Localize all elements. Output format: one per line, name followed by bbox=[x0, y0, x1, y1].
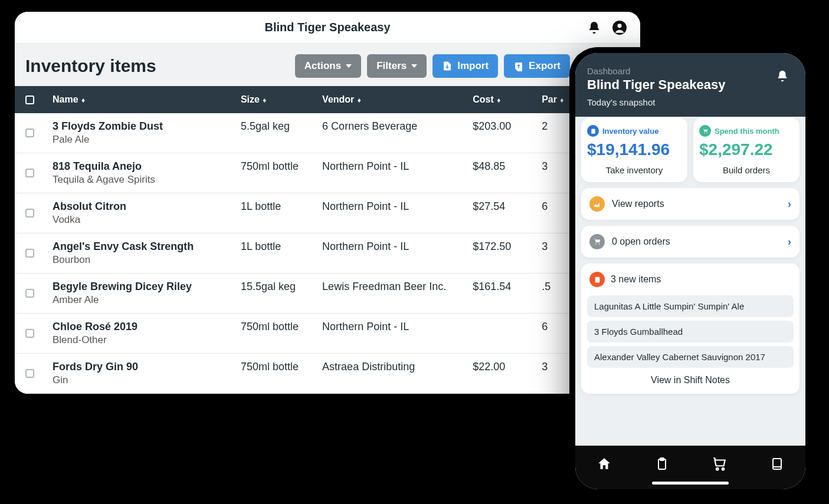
tab-orders[interactable] bbox=[712, 456, 727, 472]
page-heading: Inventory items bbox=[25, 56, 289, 76]
view-shift-notes-link[interactable]: View in Shift Notes bbox=[587, 368, 794, 386]
phone-frame: Dashboard Blind Tiger Speakeasy Today's … bbox=[569, 47, 811, 495]
cart-icon bbox=[699, 125, 711, 137]
item-size: 750ml bottle bbox=[241, 160, 322, 186]
table-row[interactable]: 3 Floyds Zombie DustPale Ale5.5gal keg6 … bbox=[15, 113, 640, 153]
spend-card[interactable]: Spend this month $2,297.22 Build orders bbox=[693, 118, 799, 182]
notifications-icon[interactable] bbox=[776, 70, 789, 83]
snapshot-label: Today's snapshot bbox=[587, 97, 794, 107]
import-icon bbox=[442, 61, 453, 71]
table-header: Name ♦ Size ♦ Vendor ♦ Cost ♦ Par ♦ Quan bbox=[15, 86, 640, 113]
build-orders-link[interactable]: Build orders bbox=[699, 165, 794, 175]
list-item[interactable]: Alexander Valley Cabernet Sauvignon 2017 bbox=[587, 346, 794, 368]
item-category: Amber Ale bbox=[53, 294, 241, 306]
tab-home[interactable] bbox=[597, 456, 612, 472]
item-category: Gin bbox=[53, 374, 241, 386]
actions-button[interactable]: Actions bbox=[295, 54, 361, 78]
table-row[interactable]: Angel's Envy Cask StrengthBourbon1L bott… bbox=[15, 233, 640, 274]
svg-point-1 bbox=[618, 24, 622, 28]
item-vendor: Northern Point - IL bbox=[322, 160, 473, 186]
item-name: Begyle Brewing Dicey Riley bbox=[53, 281, 241, 293]
item-cost: $27.54 bbox=[473, 200, 542, 226]
sort-icon: ♦ bbox=[80, 96, 85, 104]
chevron-right-icon: › bbox=[788, 198, 791, 210]
spend-amount: $2,297.22 bbox=[699, 140, 794, 159]
clipboard-icon bbox=[587, 125, 599, 137]
item-size: 15.5gal keg bbox=[241, 281, 322, 306]
item-name: Angel's Envy Cask Strength bbox=[53, 241, 241, 253]
row-checkbox[interactable] bbox=[25, 169, 34, 177]
item-cost: $161.54 bbox=[473, 281, 542, 306]
item-name: Chloe Rosé 2019 bbox=[53, 321, 241, 333]
list-item[interactable]: 3 Floyds Gumballhead bbox=[587, 321, 794, 342]
export-icon bbox=[513, 61, 524, 71]
inventory-value-card[interactable]: Inventory value $19,141.96 Take inventor… bbox=[581, 118, 687, 182]
item-vendor: Lewis Freedman Beer Inc. bbox=[322, 281, 473, 306]
item-name: Absolut Citron bbox=[53, 200, 241, 213]
item-cost: $22.00 bbox=[473, 361, 542, 386]
tab-recipes[interactable] bbox=[770, 457, 784, 471]
sort-icon: ♦ bbox=[558, 96, 563, 104]
item-size: 750ml bottle bbox=[241, 361, 322, 386]
item-vendor: Northern Point - IL bbox=[322, 200, 473, 226]
row-checkbox[interactable] bbox=[25, 209, 34, 218]
table-row[interactable]: Chloe Rosé 2019Blend-Other750ml bottleNo… bbox=[15, 314, 640, 354]
select-all-checkbox[interactable] bbox=[25, 95, 34, 104]
item-size: 750ml bottle bbox=[241, 321, 322, 346]
import-button[interactable]: Import bbox=[432, 54, 498, 78]
table-row[interactable]: Fords Dry Gin 90Gin750ml bottleAstraea D… bbox=[15, 354, 640, 394]
open-orders-row[interactable]: 0 open orders › bbox=[581, 226, 799, 258]
export-button[interactable]: Export bbox=[504, 54, 570, 78]
item-vendor: Northern Point - IL bbox=[322, 321, 473, 346]
item-size: 1L bottle bbox=[241, 200, 322, 226]
new-items-card: 3 new items Lagunitas A Little Sumpin' S… bbox=[581, 263, 799, 394]
home-indicator[interactable] bbox=[652, 482, 729, 485]
svg-point-5 bbox=[716, 468, 718, 470]
item-name: 3 Floyds Zombie Dust bbox=[53, 120, 241, 133]
col-cost[interactable]: Cost ♦ bbox=[473, 94, 542, 105]
caret-down-icon bbox=[411, 64, 417, 68]
table-row[interactable]: Absolut CitronVodka1L bottleNorthern Poi… bbox=[15, 193, 640, 233]
phone-screen: Dashboard Blind Tiger Speakeasy Today's … bbox=[575, 53, 805, 489]
account-icon[interactable] bbox=[612, 20, 627, 35]
svg-point-6 bbox=[722, 468, 724, 470]
row-checkbox[interactable] bbox=[25, 129, 34, 137]
row-checkbox[interactable] bbox=[25, 369, 34, 378]
item-cost: $172.50 bbox=[473, 241, 542, 266]
sort-icon: ♦ bbox=[261, 96, 266, 104]
window-titlebar: Blind Tiger Speakeasy bbox=[15, 12, 640, 44]
col-name[interactable]: Name ♦ bbox=[53, 94, 241, 105]
list-item[interactable]: Lagunitas A Little Sumpin' Sumpin' Ale bbox=[587, 295, 794, 317]
item-vendor: 6 Corners Beverage bbox=[322, 120, 473, 146]
col-vendor[interactable]: Vendor ♦ bbox=[322, 94, 473, 105]
item-name: 818 Tequila Anejo bbox=[53, 160, 241, 173]
col-size[interactable]: Size ♦ bbox=[241, 94, 322, 105]
inventory-value-amount: $19,141.96 bbox=[587, 140, 681, 159]
item-vendor: Astraea Distributing bbox=[322, 361, 473, 386]
tab-inventory[interactable] bbox=[655, 457, 669, 471]
caret-down-icon bbox=[346, 64, 352, 68]
item-category: Pale Ale bbox=[53, 134, 241, 146]
sort-icon: ♦ bbox=[495, 96, 500, 104]
item-category: Blend-Other bbox=[53, 334, 241, 346]
filters-button[interactable]: Filters bbox=[367, 54, 427, 78]
item-size: 1L bottle bbox=[241, 241, 322, 266]
table-row[interactable]: 818 Tequila AnejoTequila & Agave Spirits… bbox=[15, 153, 640, 193]
row-checkbox[interactable] bbox=[25, 329, 34, 338]
view-reports-row[interactable]: View reports › bbox=[581, 188, 799, 220]
item-cost bbox=[473, 321, 542, 346]
item-cost: $48.85 bbox=[473, 160, 542, 186]
chart-icon bbox=[589, 196, 605, 212]
book-icon bbox=[589, 272, 605, 287]
row-checkbox[interactable] bbox=[25, 289, 34, 298]
cart-icon bbox=[589, 234, 605, 249]
inventory-window: Blind Tiger Speakeasy Inventory items Ac… bbox=[15, 12, 640, 394]
toolbar: Inventory items Actions Filters Import E… bbox=[15, 44, 640, 86]
row-checkbox[interactable] bbox=[25, 249, 34, 258]
item-size: 5.5gal keg bbox=[241, 120, 322, 146]
item-category: Bourbon bbox=[53, 254, 241, 266]
table-row[interactable]: Begyle Brewing Dicey RileyAmber Ale15.5g… bbox=[15, 274, 640, 314]
item-name: Fords Dry Gin 90 bbox=[53, 361, 241, 373]
notifications-icon[interactable] bbox=[587, 21, 601, 35]
take-inventory-link[interactable]: Take inventory bbox=[587, 165, 681, 175]
